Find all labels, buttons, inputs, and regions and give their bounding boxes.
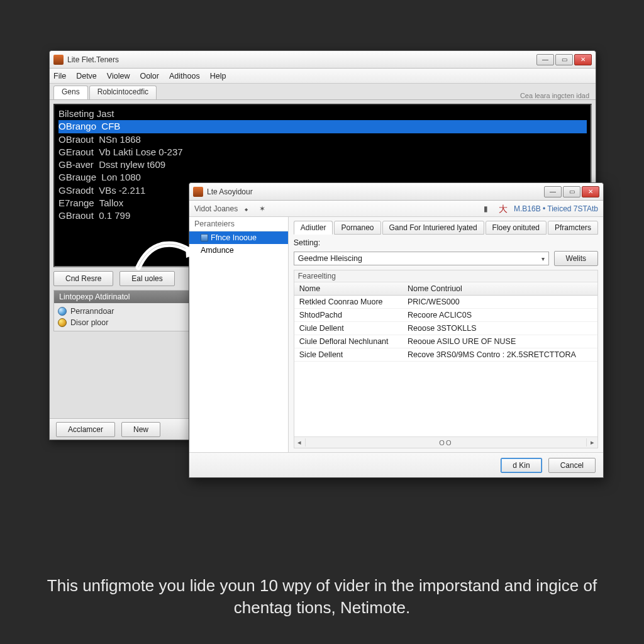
menu-adithoos[interactable]: Adithoos [169, 72, 200, 80]
console-line[interactable]: Bilseting Jast [58, 108, 587, 120]
dialog-titlebar[interactable]: Lte Asoyidour — ▭ ✕ [189, 183, 603, 201]
menu-detve[interactable]: Detve [76, 72, 97, 80]
main-tabstrip: Gens Roblcintocedfic Cea leara ingcten i… [50, 84, 596, 100]
console-line[interactable]: OBrango CFB [58, 120, 587, 133]
grid-cell: Sicle Dellent [294, 348, 402, 362]
grid-cell: Ciule Dellent [294, 322, 402, 335]
menu-help[interactable]: Help [210, 72, 226, 80]
minimize-button[interactable]: — [544, 186, 562, 197]
right-tab[interactable]: Adiutler [294, 221, 333, 235]
minimize-button[interactable]: — [536, 54, 554, 65]
cancel-button[interactable]: Cancel [548, 458, 596, 473]
toolbar-crumb: M.B16B • Tieiced 7STAtb [514, 204, 598, 213]
toolbar-icon[interactable]: ▮ [484, 204, 492, 213]
horizontal-scrollbar[interactable]: ◂ OO ▸ [294, 436, 597, 448]
tab-gens[interactable]: Gens [53, 86, 88, 99]
toolbar-label: Vidot Joanes [194, 204, 238, 213]
dialog-footer: d Kin Cancel [189, 452, 603, 477]
app-icon [193, 187, 203, 197]
toolbar-jp-icon[interactable]: 大 [499, 204, 508, 213]
setting-label: Setting: [294, 238, 331, 247]
grid-cell: Reoose 3STOKLLS [402, 322, 597, 335]
chevron-down-icon: ▾ [541, 255, 545, 262]
right-tab[interactable]: Pornaneo [334, 221, 380, 235]
tree-node-label: Amdunce [201, 246, 234, 255]
tree-node[interactable]: Ffnce Inooue [189, 231, 288, 244]
cnd-resre-button[interactable]: Cnd Resre [53, 271, 113, 286]
caption-text: This unfigmote you lide youn 10 wpy of v… [0, 575, 644, 619]
toolbar-icon[interactable]: ⬥ [244, 204, 253, 213]
group-label: Feareelting [294, 270, 597, 282]
welits-button[interactable]: Welits [554, 251, 598, 266]
right-tab[interactable]: Floey onituted [486, 221, 547, 235]
table-row[interactable]: Ciule DellentReoose 3STOKLLS [294, 322, 597, 335]
table-row[interactable]: Sicle DellentRecove 3RS0/9MS Contro : 2K… [294, 348, 597, 362]
grid-cell: Recoore ACLIC0S [402, 309, 597, 322]
menu-oolor[interactable]: Oolor [140, 72, 159, 80]
right-tabs: Adiutler Pornaneo Gand For Inturiered ly… [294, 221, 598, 235]
tabstrip-hint: Cea leara ingcten idad [520, 92, 592, 99]
tab-roblcint[interactable]: Roblcintocedfic [89, 86, 157, 99]
tree-header: Peranteiers [189, 217, 288, 231]
dialog-window: Lte Asoyidour — ▭ ✕ Vidot Joanes ⬥ ✶ ▮ 大… [189, 182, 604, 478]
console-line[interactable]: GEraout Vb Lakti Lose 0-237 [58, 146, 587, 158]
eal-uoles-button[interactable]: Eal uoles [119, 271, 174, 286]
dialog-toolbar: Vidot Joanes ⬥ ✶ ▮ 大 M.B16B • Tieiced 7S… [189, 201, 603, 217]
table-row[interactable]: Ciule Defloral NechlunantReooue ASILO UR… [294, 335, 597, 348]
toolbar-icon[interactable]: ✶ [259, 204, 268, 213]
dialog-title: Lte Asoyidour [207, 187, 539, 196]
scroll-left-icon[interactable]: ◂ [294, 438, 306, 447]
close-button[interactable]: ✕ [582, 186, 599, 197]
panel-item-label: Disor ploor [70, 318, 108, 327]
menu-violew[interactable]: Violew [107, 72, 130, 80]
grid-cell: Retkled Coonrao Muore [294, 296, 402, 309]
right-tab[interactable]: Gand For Inturiered lyated [382, 221, 484, 235]
feareelting-group: Feareelting Nome Nome Contriuol Retkled … [294, 270, 598, 448]
main-window-title: Lite Flet.Teners [67, 55, 531, 64]
tree-node-icon [201, 234, 208, 242]
console-line[interactable]: OBraout NSn 1868 [58, 133, 587, 146]
grid-cell: Reooue ASILO URE OF NUSE [402, 335, 597, 348]
console-line[interactable]: GB-aver Dsst nylew t609 [58, 158, 587, 171]
setting-select[interactable]: Geedme Hleiscing ▾ [294, 252, 549, 265]
dialog-right-pane: Adiutler Pornaneo Gand For Inturiered ly… [289, 217, 603, 452]
dialog-body: Peranteiers Ffnce Inooue Amdunce Adiutle… [189, 217, 603, 452]
close-button[interactable]: ✕ [574, 54, 592, 65]
setting-row: Geedme Hleiscing ▾ Welits [294, 251, 598, 266]
scroll-right-icon[interactable]: ▸ [586, 438, 597, 447]
menu-file[interactable]: File [53, 72, 66, 80]
table-row[interactable]: ShtodPachdRecoore ACLIC0S [294, 309, 597, 322]
ok-button[interactable]: d Kin [501, 458, 541, 473]
tree-node-label: Ffnce Inooue [211, 233, 257, 242]
setting-row: Setting: [294, 238, 598, 247]
scroll-track[interactable]: OO [306, 439, 586, 447]
globe-icon [58, 307, 67, 316]
grid-cell: Recove 3RS0/9MS Contro : 2K.5SRETCTTORA [402, 348, 597, 362]
setting-select-value: Geedme Hleiscing [298, 254, 362, 263]
window-buttons: — ▭ ✕ [535, 54, 592, 65]
grid-cell: PRIC/WES000 [402, 296, 597, 309]
new-button[interactable]: New [121, 422, 160, 437]
menubar: File Detve Violew Oolor Adithoos Help [50, 69, 596, 84]
right-tab[interactable]: Pframcters [548, 221, 598, 235]
maximize-button[interactable]: ▭ [563, 186, 580, 197]
app-icon [53, 55, 64, 65]
parameter-grid[interactable]: Nome Nome Contriuol Retkled Coonrao Muor… [294, 282, 597, 436]
parameter-tree: Peranteiers Ffnce Inooue Amdunce [189, 217, 289, 452]
tree-node[interactable]: Amdunce [189, 244, 288, 257]
dot-icon [58, 318, 67, 327]
main-titlebar[interactable]: Lite Flet.Teners — ▭ ✕ [50, 51, 596, 69]
acclamcer-button[interactable]: Acclamcer [56, 422, 115, 437]
grid-header[interactable]: Nome [294, 282, 402, 296]
table-row[interactable]: Retkled Coonrao MuorePRIC/WES000 [294, 296, 597, 309]
grid-cell: ShtodPachd [294, 309, 402, 322]
panel-item-label: Perranndoar [70, 307, 114, 316]
maximize-button[interactable]: ▭ [555, 54, 573, 65]
grid-header[interactable]: Nome Contriuol [402, 282, 597, 296]
grid-cell: Ciule Defloral Nechlunant [294, 335, 402, 348]
window-buttons: — ▭ ✕ [543, 186, 599, 197]
